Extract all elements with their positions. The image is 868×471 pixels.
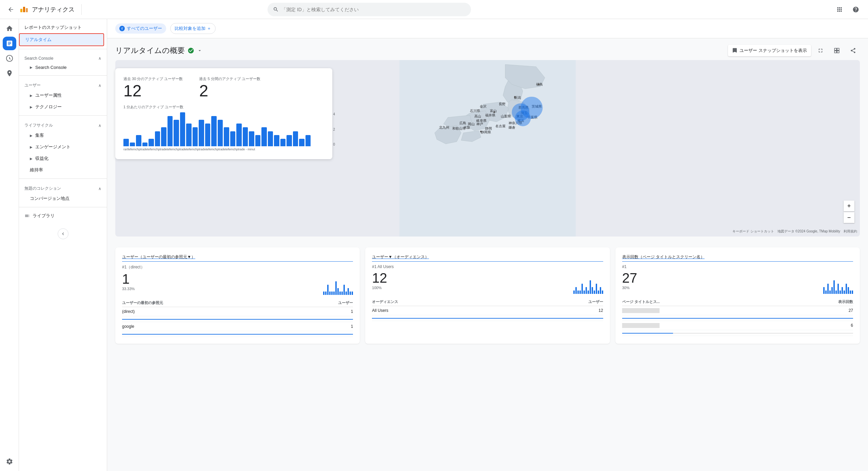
topbar-divider: [81, 4, 82, 15]
row-label: All Users: [372, 306, 519, 315]
share-icon[interactable]: [846, 44, 860, 57]
mini-bar: [596, 284, 597, 294]
nav-divider-4: [19, 178, 107, 179]
chart-bar: [255, 135, 261, 146]
map-credit: キーボード ショートカット 地図データ ©2024 Google, TMap M…: [732, 229, 857, 234]
search-bar[interactable]: [268, 3, 471, 16]
map-label-kanazawa: 金沢: [480, 105, 487, 108]
back-button[interactable]: [5, 4, 16, 15]
sidebar-collapse-button[interactable]: [58, 228, 68, 239]
sidebar-icon-reports[interactable]: [3, 37, 16, 50]
add-compare-button[interactable]: 比較対象を追加 ＋: [170, 23, 216, 34]
sidebar-icon-advertising[interactable]: [3, 67, 16, 80]
chart-bar: [155, 131, 160, 146]
nav-group-search-console: Search Console ∧: [19, 52, 107, 62]
nav-acquisition[interactable]: ▶ 集客: [19, 130, 104, 141]
chart-x-labels: rartlefemchptradetefemchptradetefemchptr…: [123, 148, 324, 151]
bottom-cards: ユーザー（ユーザーの最初の参照元▼） #1（direct） 1 33.33% ユ…: [107, 247, 868, 349]
lifecycle-chevron[interactable]: ∧: [98, 123, 101, 128]
chart-bar: [249, 131, 254, 146]
collection-chevron[interactable]: ∧: [98, 186, 101, 191]
chart-bar: [299, 139, 304, 146]
map-label-toyama: 富山: [490, 109, 497, 113]
nav-user-technology[interactable]: ▶ テクノロジー: [19, 101, 104, 113]
nav-conversion[interactable]: コンバージョン地点: [19, 193, 104, 204]
mini-bar: [588, 290, 589, 294]
card-rank: #1（direct）: [122, 264, 145, 270]
row-label: █████████████: [622, 321, 788, 330]
snapshot-button[interactable]: ユーザー スナップショットを表示: [728, 45, 811, 56]
chart-bar: [180, 112, 185, 146]
mini-bar: [840, 290, 841, 294]
chart-bar: [193, 127, 198, 146]
status-check-icon: [188, 47, 194, 54]
map-label-fukui: 福井県: [486, 113, 496, 117]
mini-bar: [825, 290, 827, 294]
svg-point-10: [493, 111, 495, 113]
table-row: All Users 12: [372, 306, 603, 315]
icon-sidebar: [0, 19, 19, 471]
mini-bar: [846, 284, 847, 294]
user-chevron[interactable]: ∧: [98, 83, 101, 88]
app-logo: アナリティクス: [20, 5, 75, 14]
sidebar-icon-explore[interactable]: [3, 52, 16, 65]
compare-icon[interactable]: [830, 44, 844, 57]
nav-library[interactable]: ライブラリ: [19, 210, 104, 222]
chart-bar: [186, 124, 192, 146]
expand-icon[interactable]: [814, 44, 827, 57]
mini-bar: [339, 291, 341, 295]
chart-bar: [130, 143, 135, 146]
dropdown-arrow-icon[interactable]: [197, 48, 202, 53]
mini-bar-chart: [573, 280, 603, 294]
mini-bar: [598, 290, 599, 294]
chart-bar: [174, 120, 179, 146]
nav-divider-1: [19, 49, 107, 49]
chart-bar: [230, 131, 236, 146]
nav-user-demographics[interactable]: ▶ ユーザー属性: [19, 90, 104, 101]
zoom-out-button[interactable]: −: [844, 212, 854, 223]
bubble-kanagawa: [515, 110, 531, 126]
col-header-1: ページ タイトルとス...: [622, 298, 788, 306]
mini-bar: [852, 290, 853, 294]
all-users-filter[interactable]: す すべてのユーザー: [115, 23, 166, 34]
card-value: 27: [622, 270, 637, 286]
mini-bar: [352, 291, 353, 295]
row-value: 27: [788, 306, 853, 315]
main-content: す すべてのユーザー 比較対象を追加 ＋ リアルタイムの概要 ユーザー スナップ…: [107, 19, 868, 471]
row-value: 1: [292, 307, 353, 316]
data-table: オーディエンス ユーザー All Users 12: [372, 298, 603, 321]
col-header-2: ユーザー: [519, 298, 603, 306]
map-section: 新潟 福島 長野 金沢 富山 福井県 石川県 高山 岐阜県 群馬県 茨城県 山梨…: [107, 60, 868, 247]
mini-bar: [348, 288, 349, 295]
chart-bar: [142, 143, 148, 146]
mini-bar: [331, 291, 333, 295]
zoom-in-button[interactable]: +: [844, 201, 854, 211]
help-button[interactable]: [849, 3, 863, 16]
map-label-gifu: 高山: [474, 114, 481, 118]
sidebar-icon-settings[interactable]: [3, 455, 16, 468]
apps-button[interactable]: [833, 3, 846, 16]
chart-bar: [274, 135, 279, 146]
table-row: █████████████ 6: [622, 321, 853, 330]
row-value: 1: [292, 322, 353, 331]
card-value: 1: [122, 271, 145, 287]
nav-search-console-item[interactable]: ▶ Search Console: [19, 62, 104, 73]
nav-realtime[interactable]: リアルタイム: [19, 33, 104, 46]
search-console-chevron[interactable]: ∧: [98, 56, 101, 61]
nav-engagement[interactable]: ▶ エンゲージメント: [19, 141, 104, 153]
data-card-audience: ユーザー▼（オーディエンス） #1 All Users 12 100% オーディ…: [365, 247, 610, 344]
mini-bar: [842, 287, 843, 294]
row-value: 12: [519, 306, 603, 315]
mini-bar: [325, 291, 327, 295]
nav-monetization[interactable]: ▶ 収益化: [19, 153, 104, 164]
svg-text:北九州: 北九州: [439, 126, 449, 129]
col-header-2: ユーザー: [292, 299, 353, 307]
table-row: google 1: [122, 322, 353, 331]
search-input[interactable]: [281, 7, 466, 12]
sidebar-icon-home[interactable]: [3, 22, 16, 35]
mini-bar-chart: [323, 281, 353, 295]
nav-retention[interactable]: 維持率: [19, 164, 104, 176]
chart-bar: [136, 135, 141, 146]
mini-bar: [600, 287, 601, 294]
nav-snapshot[interactable]: レポートのスナップショット: [19, 22, 104, 33]
